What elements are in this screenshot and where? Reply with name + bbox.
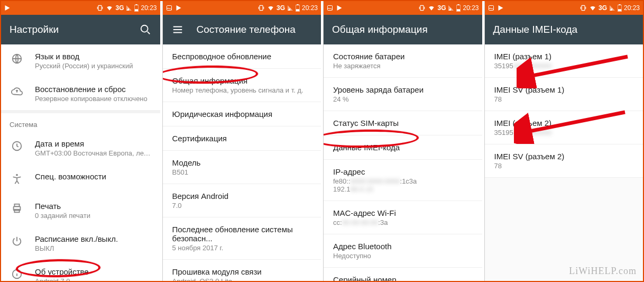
item-title: Дата и время [35,139,152,148]
svg-rect-20 [458,4,459,5]
status-bar: 3G 20:23 [163,1,321,15]
settings-item-about[interactable]: Об устройстве Android 7.0 [1,260,160,281]
item-subtitle: Android 7.0 [35,277,152,281]
list-item-imei1[interactable]: IMEI (разъем 1) 351950000000000 [485,44,643,78]
item-subtitle: Android_OS3.0 Lite [172,277,312,281]
status-bar: 3G 20:23 [485,1,643,15]
signal-icon [126,5,132,11]
screen-phone-status: 3G 20:23 Состояние телефона Беспроводное… [162,1,321,281]
settings-item-schedule[interactable]: Расписание вкл./выкл. ВЫКЛ [1,227,160,260]
list-item[interactable]: Адрес Bluetooth Недоступно [324,234,482,268]
item-title: IMEI (разъем 2) [494,119,634,128]
wifi-icon [589,4,596,12]
print-icon [11,203,23,216]
network-label: 3G [277,4,285,12]
svg-rect-12 [167,6,171,11]
item-subtitle: Не заряжается [333,62,473,70]
list-item-imei-data[interactable]: Данные IMEI-кода [324,135,482,160]
list-item-imei2[interactable]: IMEI (разъем 2) 351950000000000 [485,111,643,144]
settings-item-print[interactable]: Печать 0 заданий печати [1,194,160,227]
search-icon[interactable] [139,23,152,36]
settings-item-language[interactable]: Язык и ввод Русский (Россия) и украински… [1,44,160,77]
wifi-icon [267,4,274,12]
settings-item-datetime[interactable]: Дата и время GMT+03:00 Восточная Европа,… [1,132,160,165]
item-title: MAC-адрес Wi-Fi [333,208,473,217]
item-subtitle: ВЫКЛ [35,244,152,252]
item-title: Печать [35,202,152,211]
page-title: Состояние телефона [197,24,313,35]
item-subtitle: cc:00:00:00:00:3a [333,219,473,226]
item-title: Последнее обновление системы безопасн... [172,225,312,243]
svg-rect-21 [457,9,460,11]
svg-rect-13 [260,5,263,10]
cloud-icon [11,86,23,99]
item-subtitle: GMT+03:00 Восточная Европа, летнее в... [35,149,152,157]
signal-icon [609,5,615,11]
svg-point-4 [141,25,148,32]
list-item[interactable]: Прошивка модуля связи Android_OS3.0 Lite [163,260,321,281]
menu-icon[interactable] [171,23,184,36]
network-label: 3G [437,4,446,12]
app-bar: Состояние телефона [163,15,321,44]
section-system: Система [1,113,160,132]
item-subtitle: 24 % [333,95,473,103]
vibrate-icon [418,4,426,12]
list-item[interactable]: Беспроводное обновление [163,44,321,69]
play-store-icon [176,5,182,11]
item-title: Модель [172,158,312,167]
page-title: Настройки [10,24,59,35]
svg-rect-25 [619,4,620,5]
item-title: Об устройстве [35,267,152,276]
item-title: Серийный номер [333,275,473,281]
play-store-icon [336,5,343,11]
svg-rect-9 [14,204,19,207]
list-item[interactable]: Модель B501 [163,151,321,184]
item-title: Общая информация [172,76,312,85]
item-title: IMEI (разъем 1) [494,52,634,61]
item-title: Статус SIM-карты [333,119,473,128]
item-title: IMEI SV (разъем 1) [494,85,634,94]
list-item[interactable]: Серийный номер EB000000000012 [324,268,482,281]
list-item[interactable]: IMEI SV (разъем 2) 78 [485,144,643,178]
status-bar: 3G 20:23 [324,1,482,15]
vibrate-icon [579,4,587,12]
app-bar: Настройки [1,15,160,44]
list-item[interactable]: Последнее обновление системы безопасн...… [163,217,321,260]
signal-icon [287,5,293,11]
item-subtitle: B501 [172,168,312,176]
battery-icon [618,4,622,12]
list-item[interactable]: Юридическая информация [163,102,321,126]
svg-rect-2 [136,4,137,5]
page-title: Данные IMEI-кода [493,24,635,35]
svg-rect-18 [421,5,424,10]
svg-rect-3 [135,9,138,11]
status-bar: 3G 20:23 [1,1,160,15]
list-item[interactable]: Версия Android 7.0 [163,184,321,217]
item-title: Версия Android [172,192,312,201]
list-item[interactable]: IMEI SV (разъем 1) 78 [485,78,643,111]
list-item-general-info[interactable]: Общая информация Номер телефона, уровень… [163,69,321,102]
item-subtitle: fe80::0000:0000:0000:1c3a192.168.0.10 [333,177,473,193]
list-item[interactable]: Статус SIM-карты [324,111,482,135]
vibrate-icon [257,4,265,12]
list-item[interactable]: Уровень заряда батареи 24 % [324,78,482,111]
clock: 20:23 [141,4,157,12]
item-title: Сертификация [172,134,312,143]
settings-item-backup[interactable]: Восстановление и сброс Резервное копиров… [1,77,160,110]
item-title: Адрес Bluetooth [333,242,473,251]
item-title: IP-адрес [333,167,473,176]
item-title: Уровень заряда батареи [333,85,473,94]
list-item[interactable]: Состояние батареи Не заряжается [324,44,482,78]
network-label: 3G [599,4,607,12]
list-item[interactable]: IP-адрес fe80::0000:0000:0000:1c3a192.16… [324,160,482,201]
battery-icon [296,4,300,12]
svg-rect-0 [99,5,102,10]
play-store-icon [4,5,11,11]
list-item[interactable]: Сертификация [163,126,321,151]
item-title: Спец. возможности [35,172,152,181]
settings-item-accessibility[interactable]: Спец. возможности [1,165,160,194]
vibrate-icon [96,4,104,12]
list-item[interactable]: MAC-адрес Wi-Fi cc:00:00:00:00:3a [324,201,482,234]
info-icon [11,268,23,281]
item-subtitle: 5 ноября 2017 г. [172,244,312,252]
